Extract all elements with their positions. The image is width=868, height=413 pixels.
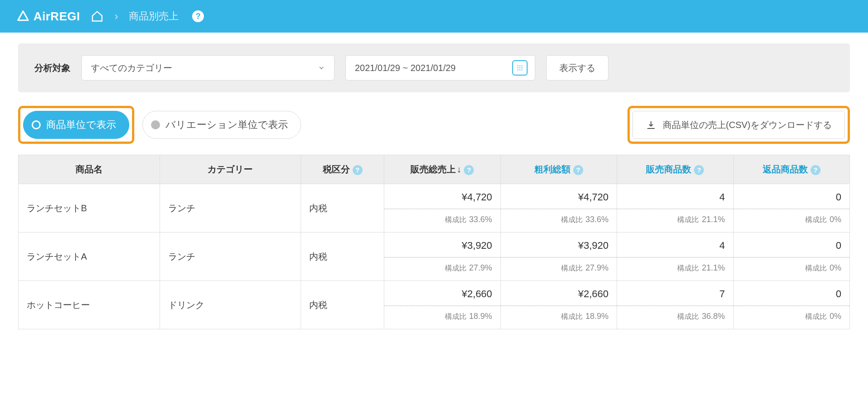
sales-table: 商品名 カテゴリー 税区分? 販売総売上↓? 粗利総額? 販売商品数? 返品商品… (18, 155, 850, 329)
help-icon[interactable]: ? (192, 10, 204, 22)
th-return-qty[interactable]: 返品商品数? (733, 155, 850, 184)
table-row: ランチセットBランチ内税¥4,720¥4,72040 (19, 184, 850, 209)
help-icon[interactable]: ? (573, 165, 583, 175)
help-icon[interactable]: ? (811, 165, 821, 175)
svg-point-6 (517, 69, 518, 70)
cell-tax: 内税 (301, 281, 384, 329)
help-icon[interactable]: ? (353, 165, 363, 175)
category-value: すべてのカテゴリー (91, 62, 172, 74)
highlight-download: 商品単位の売上(CSV)をダウンロードする (627, 106, 850, 144)
cell-profit-ratio: 構成比33.6% (501, 209, 617, 232)
cell-name: ホットコーヒー (19, 281, 160, 329)
cell-sales-ratio: 構成比33.6% (384, 209, 500, 232)
th-tax[interactable]: 税区分? (301, 155, 384, 184)
cell-category: ランチ (160, 233, 301, 281)
th-name[interactable]: 商品名 (19, 155, 160, 184)
category-select[interactable]: すべてのカテゴリー (81, 55, 335, 81)
toggle-product-unit[interactable]: 商品単位で表示 (23, 111, 129, 139)
highlight-product-toggle: 商品単位で表示 (18, 106, 134, 144)
cell-sales: ¥3,920 (384, 233, 500, 257)
svg-point-0 (517, 65, 518, 66)
toggle-variation-unit[interactable]: バリエーション単位で表示 (142, 111, 301, 139)
cell-sales-ratio: 構成比27.9% (384, 257, 500, 280)
cell-category: ランチ (160, 184, 301, 233)
cell-tax: 内税 (301, 184, 384, 233)
cell-profit: ¥2,660 (501, 281, 617, 305)
filter-label: 分析対象 (34, 62, 71, 74)
help-icon[interactable]: ? (464, 165, 474, 175)
cell-return-ratio: 構成比0% (734, 209, 850, 232)
svg-point-3 (517, 67, 518, 68)
cell-return-ratio: 構成比0% (734, 306, 850, 329)
cell-sold-qty: 4 (617, 233, 733, 257)
svg-point-4 (519, 67, 520, 68)
cell-return-qty: 0 (734, 233, 850, 257)
cell-profit-ratio: 構成比27.9% (501, 257, 617, 280)
radio-icon (32, 120, 41, 129)
app-header: AirREGI › 商品別売上 ? (0, 0, 868, 33)
logo-text: AirREGI (33, 9, 80, 24)
cell-profit: ¥4,720 (501, 184, 617, 209)
cell-sold-qty: 4 (617, 184, 733, 209)
breadcrumb-current: 商品別売上 (129, 9, 179, 23)
cell-sales: ¥4,720 (384, 184, 500, 209)
sort-desc-icon: ↓ (457, 164, 461, 174)
radio-icon (151, 120, 160, 129)
download-csv-button[interactable]: 商品単位の売上(CSV)をダウンロードする (632, 111, 845, 139)
table-row: ホットコーヒードリンク内税¥2,660¥2,66070 (19, 281, 850, 306)
cell-sold-ratio: 構成比21.1% (617, 257, 733, 280)
download-label: 商品単位の売上(CSV)をダウンロードする (663, 119, 832, 131)
download-icon (646, 119, 656, 130)
cell-sold-qty: 7 (617, 281, 733, 305)
toolbar: 商品単位で表示 バリエーション単位で表示 商品単位の売上(CSV)をダウンロード… (18, 106, 850, 144)
table-row: ランチセットAランチ内税¥3,920¥3,92040 (19, 233, 850, 257)
cell-name: ランチセットA (19, 233, 160, 281)
toggle-product-label: 商品単位で表示 (46, 118, 116, 132)
logo[interactable]: AirREGI (16, 9, 80, 24)
svg-point-5 (521, 67, 522, 68)
cell-category: ドリンク (160, 281, 301, 329)
calendar-icon (512, 60, 528, 76)
date-range-value: 2021/01/29 ~ 2021/01/29 (355, 63, 456, 73)
th-profit[interactable]: 粗利総額? (500, 155, 617, 184)
logo-icon (16, 9, 30, 23)
toggle-variation-label: バリエーション単位で表示 (165, 118, 288, 132)
cell-return-ratio: 構成比0% (734, 257, 850, 280)
cell-sold-ratio: 構成比21.1% (617, 209, 733, 232)
th-sold-qty[interactable]: 販売商品数? (617, 155, 733, 184)
show-button[interactable]: 表示する (546, 55, 609, 81)
svg-point-1 (519, 65, 520, 66)
cell-return-qty: 0 (734, 184, 850, 209)
cell-profit: ¥3,920 (501, 233, 617, 257)
svg-point-7 (519, 69, 520, 70)
cell-name: ランチセットB (19, 184, 160, 233)
cell-tax: 内税 (301, 233, 384, 281)
date-range-picker[interactable]: 2021/01/29 ~ 2021/01/29 (345, 55, 535, 81)
filter-bar: 分析対象 すべてのカテゴリー 2021/01/29 ~ 2021/01/29 表… (18, 43, 850, 92)
help-icon[interactable]: ? (694, 165, 704, 175)
cell-profit-ratio: 構成比18.9% (501, 306, 617, 329)
breadcrumb-separator-icon: › (114, 10, 118, 23)
cell-return-qty: 0 (734, 281, 850, 305)
svg-point-8 (521, 69, 522, 70)
th-sales[interactable]: 販売総売上↓? (384, 155, 500, 184)
home-icon[interactable] (91, 10, 104, 23)
cell-sales-ratio: 構成比18.9% (384, 306, 500, 329)
cell-sold-ratio: 構成比36.8% (617, 306, 733, 329)
th-category[interactable]: カテゴリー (160, 155, 301, 184)
cell-sales: ¥2,660 (384, 281, 500, 305)
chevron-down-icon (318, 64, 325, 71)
svg-point-2 (521, 65, 522, 66)
